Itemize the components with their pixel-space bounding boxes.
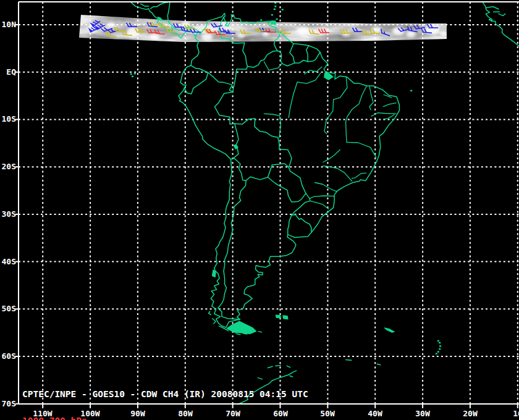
state-border xyxy=(264,62,282,70)
island xyxy=(271,21,276,24)
lat-label-10S: 10S xyxy=(0,115,16,124)
lat-label-20S: 20S xyxy=(0,162,16,171)
small-island xyxy=(439,345,441,346)
country-border xyxy=(292,215,311,232)
state-border xyxy=(369,86,373,110)
coastline xyxy=(208,311,211,314)
country-border xyxy=(295,61,308,64)
small-island xyxy=(437,340,439,342)
state-border xyxy=(324,99,334,133)
state-border xyxy=(383,103,396,107)
coastline xyxy=(141,4,149,6)
lat-label-EQ: EQ xyxy=(0,68,16,77)
coastline xyxy=(236,334,240,335)
country-border xyxy=(233,67,248,92)
small-island xyxy=(489,19,491,20)
small-island xyxy=(439,348,441,350)
small-island xyxy=(274,6,276,7)
small-island xyxy=(274,2,276,4)
country-border xyxy=(248,51,277,67)
state-border xyxy=(310,196,334,199)
lat-label-60S: 60S xyxy=(0,352,16,361)
state-border xyxy=(289,82,297,118)
country-border xyxy=(288,215,292,235)
small-island xyxy=(437,351,439,352)
lon-label-20W: 20W xyxy=(463,410,477,418)
island xyxy=(227,321,256,334)
country-border xyxy=(292,193,310,215)
lake-titicaca xyxy=(234,145,238,149)
country-border xyxy=(234,124,238,158)
state-border xyxy=(323,150,340,162)
lon-label-10: 10 xyxy=(513,410,519,418)
state-border xyxy=(305,67,322,74)
coastline xyxy=(268,366,273,368)
state-border xyxy=(297,73,321,83)
legend-low-level: 1000-700 hPa xyxy=(22,416,308,420)
south-america-coastline xyxy=(179,14,399,328)
coastline-borders-layer xyxy=(130,1,519,404)
lat-label-30S: 30S xyxy=(0,210,16,219)
country-border xyxy=(246,177,268,180)
state-border xyxy=(384,115,394,119)
small-island xyxy=(491,20,492,21)
state-border xyxy=(264,114,281,137)
state-border xyxy=(310,201,329,209)
coastline xyxy=(377,364,380,365)
coastline xyxy=(483,2,519,51)
lon-label-30W: 30W xyxy=(415,410,429,418)
country-border xyxy=(277,51,295,66)
lon-label-50W: 50W xyxy=(320,410,334,418)
small-island xyxy=(132,76,133,77)
country-border xyxy=(218,180,246,319)
product-title: CPTEC/INPE - GOES10 - CDW CH4 (IR) 20080… xyxy=(22,390,308,399)
small-island xyxy=(282,9,284,10)
small-island xyxy=(436,353,437,354)
coastline xyxy=(213,319,216,324)
small-island xyxy=(130,74,132,75)
country-border xyxy=(289,167,306,193)
state-border xyxy=(352,173,366,178)
country-border xyxy=(268,164,289,177)
small-island xyxy=(260,19,262,20)
state-border xyxy=(346,86,367,122)
small-island xyxy=(276,19,278,20)
lat-label-70S: 70S xyxy=(0,400,16,408)
title-block: CPTEC/INPE - GOES10 - CDW CH4 (IR) 20080… xyxy=(22,372,308,420)
lon-label-40W: 40W xyxy=(368,410,382,418)
state-border xyxy=(315,183,337,192)
country-border xyxy=(290,44,295,63)
country-border xyxy=(308,52,320,62)
island xyxy=(213,270,216,277)
lat-label-40S: 40S xyxy=(0,258,16,266)
small-island xyxy=(134,73,136,74)
country-border xyxy=(268,177,306,202)
small-island xyxy=(271,14,273,15)
state-border xyxy=(347,142,376,158)
coastline xyxy=(276,366,281,366)
coastline xyxy=(151,2,170,9)
coastline xyxy=(499,14,505,15)
island xyxy=(385,328,394,332)
country-border xyxy=(306,46,309,62)
small-island xyxy=(410,90,412,91)
lat-label-10N: 10N xyxy=(0,20,16,29)
coastline xyxy=(486,7,499,9)
coastline xyxy=(258,331,261,332)
latlon-grid xyxy=(19,2,519,404)
coastline xyxy=(287,366,290,367)
coastline xyxy=(346,359,352,360)
small-island xyxy=(439,342,441,343)
axes-frame xyxy=(15,2,519,408)
country-border xyxy=(234,158,246,181)
satellite-wind-product: 10NEQ10S20S30S40S50S60S70S110W100W90W80W… xyxy=(0,0,519,420)
map-canvas xyxy=(0,0,519,420)
country-border xyxy=(184,73,208,94)
country-border xyxy=(235,119,292,167)
small-island xyxy=(274,9,276,10)
island xyxy=(324,73,333,80)
island xyxy=(276,315,281,318)
island xyxy=(283,316,288,319)
state-border xyxy=(346,122,347,142)
country-border xyxy=(208,73,233,92)
